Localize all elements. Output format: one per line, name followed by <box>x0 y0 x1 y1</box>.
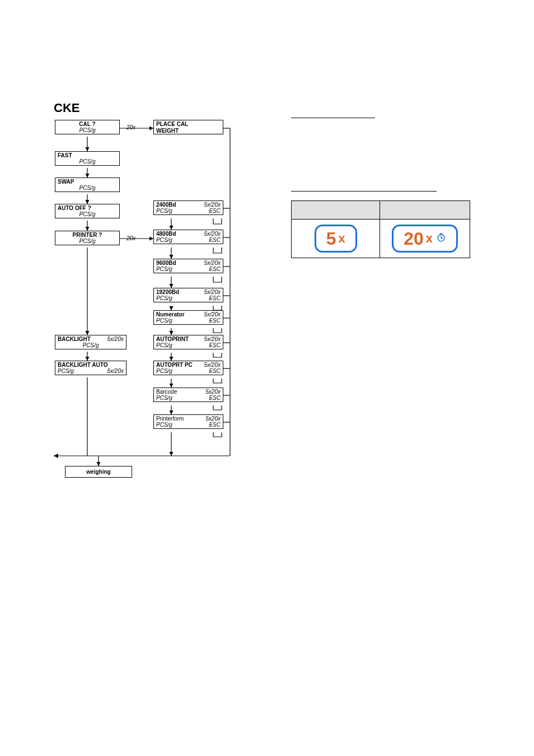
node-place-cal-weight: PLACE CAL WEIGHT <box>153 120 223 134</box>
right-column: 5 x 20 x <box>291 118 470 258</box>
bc-l: Barcode <box>156 389 177 395</box>
ap-r: 5x/20x <box>204 336 221 342</box>
page-title: CKE <box>54 101 480 115</box>
b24-r: 5x/20x <box>204 202 221 208</box>
weighing-label: weighing <box>86 469 110 475</box>
key-20x-button[interactable]: 20 x <box>392 225 458 253</box>
autooff-label: AUTO OFF ? <box>58 205 91 211</box>
pf-r: 5x20x <box>205 416 221 422</box>
svg-line-34 <box>441 238 443 239</box>
fast-label: FAST <box>58 152 72 158</box>
node-weighing: weighing <box>65 466 132 478</box>
placecal-l2: WEIGHT <box>156 128 179 134</box>
key-5x-button[interactable]: 5 x <box>315 225 357 253</box>
apc-r: 5x/20x <box>204 362 221 368</box>
edge-20x-printer: 20x <box>127 235 135 241</box>
num-sl: PCS/g <box>156 318 172 324</box>
bc-sl: PCS/g <box>156 395 172 401</box>
node-autoprtpc: AUTOPRT PC5x/20x PCS/gESC <box>153 361 223 375</box>
apc-sl: PCS/g <box>156 368 172 374</box>
node-printer: PRINTER ? PCS/g <box>55 231 120 245</box>
pf-l: Printerform <box>156 416 184 422</box>
b96-l: 9600Bd <box>156 260 176 266</box>
apc-sr: ESC <box>209 368 221 374</box>
node-swap: SWAP PCS/g <box>55 178 120 192</box>
node-cal: CAL ? PCS/g <box>55 120 120 134</box>
node-19200bd: 19200Bd5x/20x PCS/gESC <box>153 288 223 302</box>
cal-sub: PCS/g <box>58 127 117 133</box>
node-numerator: Numerator5x/20x PCS/gESC <box>153 310 223 325</box>
node-backlight-auto: BACKLIGHT AUTO PCS/g5x/20x <box>55 361 127 375</box>
divider-2 <box>291 191 437 192</box>
backlightauto-label: BACKLIGHT AUTO <box>58 362 107 368</box>
bc-r: 5x20x <box>205 389 221 395</box>
b96-r: 5x/20x <box>204 260 221 266</box>
b48-r: 5x/20x <box>204 231 221 237</box>
placecal-l1: PLACE CAL <box>156 121 188 127</box>
clock-icon <box>436 232 446 245</box>
b96-sl: PCS/g <box>156 266 172 272</box>
ap-l: AUTOPRINT <box>156 336 189 342</box>
node-printerform: Printerform5x20x PCS/gESC <box>153 414 223 429</box>
num-sr: ESC <box>209 318 221 324</box>
pf-sr: ESC <box>209 422 221 428</box>
node-2400bd: 2400Bd5x/20x PCS/gESC <box>153 200 223 215</box>
key-20x-x: x <box>426 231 433 246</box>
node-autoprint: AUTOPRINT5x/20x PCS/gESC <box>153 335 223 349</box>
node-barcode: Barcode5x20x PCS/gESC <box>153 388 223 402</box>
b96-sr: ESC <box>209 266 221 272</box>
backlight-right: 5x/20x <box>107 336 124 342</box>
node-autooff: AUTO OFF ? PCS/g <box>55 204 120 218</box>
backlight-sub: PCS/g <box>58 342 124 348</box>
bc-sr: ESC <box>209 395 221 401</box>
key-cell-20x: 20 x <box>380 220 470 258</box>
b48-sr: ESC <box>209 237 221 243</box>
fast-sub: PCS/g <box>58 158 117 165</box>
key-cell-5x: 5 x <box>292 220 380 258</box>
backlightauto-sub-r: 5x/20x <box>107 368 124 374</box>
backlightauto-sub-l: PCS/g <box>58 368 74 374</box>
node-fast: FAST PCS/g <box>55 151 120 166</box>
swap-label: SWAP <box>58 179 74 185</box>
b192-sr: ESC <box>209 295 221 301</box>
b192-r: 5x/20x <box>204 289 221 295</box>
key-5x-num: 5 <box>326 230 336 248</box>
b24-sl: PCS/g <box>156 208 172 214</box>
b24-l: 2400Bd <box>156 202 176 208</box>
key-20x-num: 20 <box>404 230 424 248</box>
key-5x-x: x <box>338 231 345 246</box>
key-header-20x <box>380 201 470 220</box>
b48-l: 4800Bd <box>156 231 176 237</box>
num-r: 5x/20x <box>204 311 221 318</box>
key-header-5x <box>292 201 380 220</box>
cal-label: CAL ? <box>58 121 117 127</box>
node-backlight: BACKLIGHT5x/20x PCS/g <box>55 335 127 349</box>
backlight-label: BACKLIGHT <box>58 336 91 342</box>
ap-sl: PCS/g <box>156 342 172 348</box>
printer-label: PRINTER ? <box>58 232 117 238</box>
svg-marker-30 <box>54 454 58 458</box>
edge-20x-cal: 20x <box>127 124 135 130</box>
swap-sub: PCS/g <box>58 185 117 191</box>
key-table: 5 x 20 x <box>291 200 470 258</box>
b192-l: 19200Bd <box>156 289 179 295</box>
flowchart: CAL ? PCS/g 20x PLACE CAL WEIGHT FAST PC… <box>54 120 233 478</box>
node-9600bd: 9600Bd5x/20x PCS/gESC <box>153 259 223 273</box>
apc-l: AUTOPRT PC <box>156 362 193 368</box>
num-l: Numerator <box>156 311 185 318</box>
ap-sr: ESC <box>209 342 221 348</box>
b24-sr: ESC <box>209 208 221 214</box>
pf-sl: PCS/g <box>156 422 172 428</box>
divider-1 <box>291 118 375 118</box>
printer-sub: PCS/g <box>58 238 117 244</box>
b48-sl: PCS/g <box>156 237 172 243</box>
node-4800bd: 4800Bd5x/20x PCS/gESC <box>153 230 223 244</box>
b192-sl: PCS/g <box>156 295 172 301</box>
autooff-sub: PCS/g <box>58 211 117 217</box>
